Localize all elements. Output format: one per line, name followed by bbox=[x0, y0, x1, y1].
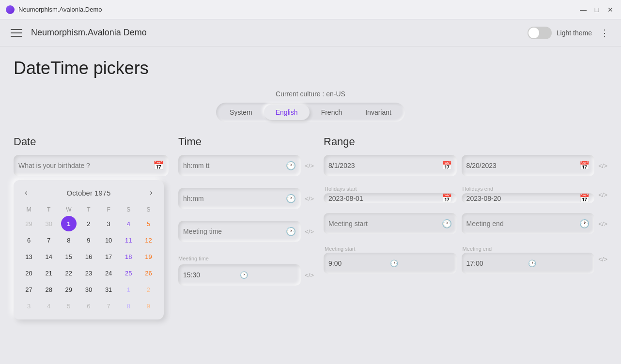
cal-day[interactable]: 17 bbox=[101, 249, 116, 264]
cal-day[interactable]: 4 bbox=[121, 216, 136, 231]
cal-day[interactable]: 3 bbox=[101, 216, 116, 231]
cal-header-tue: T bbox=[39, 204, 58, 215]
cal-day[interactable]: 9 bbox=[81, 232, 96, 248]
time-row-3: 🕐 </> bbox=[178, 221, 314, 242]
theme-toggle-switch[interactable] bbox=[528, 27, 552, 39]
cal-day[interactable]: 30 bbox=[41, 216, 57, 231]
cal-day[interactable]: 21 bbox=[41, 265, 57, 281]
cal-day[interactable]: 8 bbox=[61, 232, 77, 248]
cal-day[interactable]: 13 bbox=[21, 249, 37, 264]
cal-day[interactable]: 31 bbox=[101, 282, 116, 297]
holidays-end-label: Holidays end bbox=[462, 186, 595, 192]
meeting-time-value-wrap: 15:30 🕐 bbox=[178, 264, 301, 286]
cal-day[interactable]: 30 bbox=[81, 282, 96, 297]
clock-icon-7: 🕐 bbox=[390, 259, 451, 267]
hamburger-menu-button[interactable] bbox=[8, 24, 25, 42]
cal-day[interactable]: 14 bbox=[41, 249, 57, 264]
cal-day[interactable]: 6 bbox=[81, 298, 96, 314]
code-toggle-range-2[interactable]: </> bbox=[598, 191, 607, 198]
cal-day[interactable]: 20 bbox=[21, 265, 37, 281]
cal-day[interactable]: 25 bbox=[121, 265, 136, 281]
time-row-4-label: Meeting time bbox=[178, 254, 314, 262]
cal-day[interactable]: 18 bbox=[121, 249, 136, 264]
theme-toggle-area: Light theme bbox=[528, 27, 592, 39]
calendar-input-icon[interactable]: 📅 bbox=[153, 160, 164, 171]
code-toggle-3[interactable]: </> bbox=[305, 228, 314, 235]
cal-day[interactable]: 7 bbox=[101, 298, 116, 314]
calendar: ‹ October 1975 › M T W T F S S 29 30 1 bbox=[14, 180, 164, 319]
calendar-prev-button[interactable]: ‹ bbox=[19, 186, 33, 199]
meeting-start-wrap: 🕐 bbox=[324, 213, 457, 234]
time-input-2-wrap: 🕐 bbox=[178, 188, 301, 209]
cal-day[interactable]: 29 bbox=[21, 216, 37, 231]
cal-header-thu: T bbox=[79, 204, 98, 215]
meeting-time-input[interactable] bbox=[183, 228, 286, 235]
code-toggle-2[interactable]: </> bbox=[305, 195, 314, 202]
tab-french[interactable]: French bbox=[310, 105, 354, 120]
cal-day-selected[interactable]: 1 bbox=[61, 216, 77, 231]
meeting-end-val-col: Meeting end 17:00 🕐 bbox=[462, 244, 595, 274]
close-button[interactable]: ✕ bbox=[605, 5, 615, 15]
cal-day[interactable]: 4 bbox=[41, 298, 57, 314]
range-start-1[interactable] bbox=[328, 162, 442, 169]
cal-day[interactable]: 2 bbox=[140, 282, 156, 297]
cal-day[interactable]: 6 bbox=[21, 232, 37, 248]
meeting-start-val-wrap: 9:00 🕐 bbox=[324, 253, 457, 274]
tab-english[interactable]: English bbox=[264, 105, 310, 120]
code-toggle-range-1[interactable]: </> bbox=[598, 162, 607, 169]
birthdate-input-wrap: 📅 bbox=[14, 155, 169, 176]
time-section: Time 🕐 </> 🕐 </> bbox=[178, 136, 314, 297]
range-end-1[interactable] bbox=[466, 162, 580, 169]
code-toggle-range-3[interactable]: </> bbox=[598, 220, 607, 228]
tab-invariant[interactable]: Invariant bbox=[354, 105, 403, 120]
cal-icon-3: 📅 bbox=[442, 193, 452, 203]
calendar-grid: M T W T F S S 29 30 1 2 3 4 5 6 bbox=[19, 204, 158, 314]
cal-day[interactable]: 2 bbox=[81, 216, 96, 231]
meeting-start-input[interactable] bbox=[328, 220, 442, 228]
culture-section: Current culture : en-US System English F… bbox=[14, 90, 607, 122]
cal-day[interactable]: 12 bbox=[140, 232, 156, 248]
cal-day[interactable]: 24 bbox=[101, 265, 116, 281]
tab-system[interactable]: System bbox=[218, 105, 264, 120]
holidays-start-input[interactable] bbox=[328, 195, 442, 202]
more-options-button[interactable]: ⋮ bbox=[596, 24, 613, 42]
holidays-end-input[interactable] bbox=[466, 195, 580, 202]
code-toggle-4[interactable]: </> bbox=[305, 272, 314, 279]
meeting-end-input[interactable] bbox=[466, 220, 580, 228]
cal-day[interactable]: 16 bbox=[81, 249, 96, 264]
time-input-2[interactable] bbox=[183, 195, 286, 202]
cal-day[interactable]: 29 bbox=[61, 282, 77, 297]
maximize-button[interactable]: □ bbox=[592, 5, 602, 15]
time-input-1-wrap: 🕐 bbox=[178, 155, 301, 176]
cal-header-sat: S bbox=[119, 204, 138, 215]
cal-day[interactable]: 19 bbox=[140, 249, 156, 264]
minimize-button[interactable]: — bbox=[578, 5, 588, 15]
cal-day[interactable]: 7 bbox=[41, 232, 57, 248]
cal-day[interactable]: 5 bbox=[140, 216, 156, 231]
cal-day[interactable]: 3 bbox=[21, 298, 37, 314]
cal-day[interactable]: 11 bbox=[121, 232, 136, 248]
cal-day[interactable]: 26 bbox=[140, 265, 156, 281]
cal-day[interactable]: 8 bbox=[121, 298, 136, 314]
cal-day[interactable]: 10 bbox=[101, 232, 116, 248]
time-input-1[interactable] bbox=[183, 162, 286, 169]
cal-day[interactable]: 5 bbox=[61, 298, 77, 314]
cal-day[interactable]: 27 bbox=[21, 282, 37, 297]
date-section-title: Date bbox=[14, 136, 169, 148]
cal-day[interactable]: 9 bbox=[140, 298, 156, 314]
cal-header-mon: M bbox=[19, 204, 38, 215]
cal-day[interactable]: 15 bbox=[61, 249, 77, 264]
cal-day[interactable]: 23 bbox=[81, 265, 96, 281]
birthdate-input[interactable] bbox=[18, 162, 153, 169]
calendar-next-button[interactable]: › bbox=[144, 186, 158, 199]
time-row-4: 15:30 🕐 </> bbox=[178, 264, 314, 286]
cal-day[interactable]: 1 bbox=[121, 282, 136, 297]
meeting-end-val-wrap: 17:00 🕐 bbox=[462, 253, 595, 274]
cal-day[interactable]: 22 bbox=[61, 265, 77, 281]
title-bar-text: Neumorphism.Avalonia.Demo bbox=[18, 6, 578, 13]
code-toggle-range-4[interactable]: </> bbox=[598, 256, 607, 263]
title-bar-controls: — □ ✕ bbox=[578, 5, 615, 15]
range-pair-2: Holidays start 📅 Holidays end 📅 bbox=[324, 186, 594, 203]
cal-day[interactable]: 28 bbox=[41, 282, 57, 297]
code-toggle-1[interactable]: </> bbox=[305, 162, 314, 169]
